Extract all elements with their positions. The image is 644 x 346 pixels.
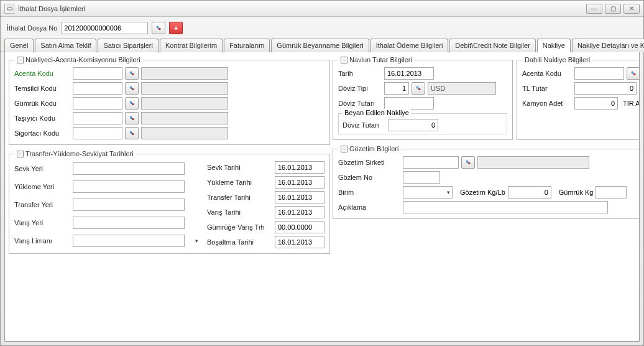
nakliyeci-code-input-0[interactable] xyxy=(73,67,122,80)
tab-content: - Nakliyeci-Acenta-Komisyonnu Bilgileri … xyxy=(4,52,640,342)
nakliyeci-code-input-4[interactable] xyxy=(73,127,122,139)
nakliyeci-label-3: Taşıyıcı Kodu xyxy=(14,115,70,122)
lookup-icon xyxy=(466,157,471,167)
transfer-left-input-1[interactable] xyxy=(73,180,185,193)
group-navlun-title: Navlun Tutar Bilgileri xyxy=(349,56,412,63)
group-nakliyeci: - Nakliyeci-Acenta-Komisyonnu Bilgileri … xyxy=(9,56,330,145)
transfer-left-label-2: Transfer Yeri xyxy=(14,201,70,208)
transfer-left-input-2[interactable] xyxy=(73,199,185,211)
transfer-left-label-1: Yükleme Yeri xyxy=(14,183,70,190)
transfer-left-input-0[interactable] xyxy=(73,162,185,175)
tab-4[interactable]: Faturalarım xyxy=(224,39,270,52)
collapse-toggle[interactable]: - xyxy=(341,57,347,63)
nakliyeci-label-0: Acenta Kodu xyxy=(14,70,70,77)
svg-rect-2 xyxy=(159,29,160,30)
transfer-right-input-1[interactable] xyxy=(275,176,324,189)
nakliyeci-label-1: Temsilci Kodu xyxy=(14,85,70,92)
tab-strip: GenelSatın Alma TeklifSatıcı Siparişleri… xyxy=(1,38,643,52)
svg-rect-8 xyxy=(132,89,134,90)
navlun-doviztutari-label: Döviz Tutarı xyxy=(338,100,382,107)
group-dahili: Dahili Nakliye Bilgileri Acenta Kodu TL … xyxy=(517,56,640,140)
transfer-left-input-4[interactable] xyxy=(73,235,185,247)
tab-7[interactable]: Debit\Credit Note Bilgiler xyxy=(449,39,535,52)
collapse-toggle[interactable]: - xyxy=(17,57,24,63)
minimize-button[interactable]: — xyxy=(586,4,602,14)
dahili-kamyonadet-label: Kamyon Adet xyxy=(522,100,572,107)
navlun-doviztipi-input[interactable] xyxy=(384,82,409,95)
tab-6[interactable]: İthalat Ödeme Bilgileri xyxy=(370,39,449,52)
nakliyeci-code-input-1[interactable] xyxy=(73,82,122,95)
dahili-tltutar-input[interactable] xyxy=(574,82,637,95)
group-dahili-legend: Dahili Nakliye Bilgileri xyxy=(522,56,592,63)
svg-rect-11 xyxy=(132,104,134,105)
navlun-tarih-input[interactable] xyxy=(384,67,434,80)
doviztipi-lookup-button[interactable] xyxy=(412,82,425,95)
toolbar: İthalat Dosya No + xyxy=(1,17,643,38)
tab-3[interactable]: Kontrat Bilgilerim xyxy=(160,39,223,52)
collapse-toggle[interactable]: - xyxy=(17,151,24,157)
transfer-right-label-5: Boşaltma Tarihi xyxy=(207,238,272,246)
tab-9[interactable]: Nakliye Detayları ve Konsimento Bilgiler… xyxy=(572,39,644,52)
maximize-button[interactable]: ▢ xyxy=(605,4,621,14)
birim-label: Birim xyxy=(338,189,400,196)
gozetim-sirket-input[interactable] xyxy=(403,156,459,169)
gozetim-sirket-lookup-button[interactable] xyxy=(461,156,475,169)
transfer-left-input-3[interactable] xyxy=(73,217,185,229)
beyan-doviztutari-label: Döviz Tutarı xyxy=(343,121,386,129)
dahili-acenta-lookup-button[interactable] xyxy=(627,67,640,80)
navlun-doviztutari-input[interactable] xyxy=(384,97,434,110)
tab-5[interactable]: Gümrük Beyanname Bilgileri xyxy=(271,39,369,52)
dahili-acentakodu-input[interactable] xyxy=(574,67,624,80)
transfer-left-label-0: Sevk Yeri xyxy=(14,165,70,172)
nakliyeci-code-input-2[interactable] xyxy=(73,97,122,110)
transfer-right-label-0: Sevk Tarihi xyxy=(207,164,272,171)
transfer-right-input-5[interactable] xyxy=(275,236,324,248)
dosya-no-input[interactable] xyxy=(61,22,148,34)
gozetimkg-label: Gözetim Kg/Lb xyxy=(460,189,505,196)
nakliyeci-label-4: Sigortacı Kodu xyxy=(14,129,70,137)
nakliyeci-code-input-3[interactable] xyxy=(73,112,122,124)
transfer-right-input-0[interactable] xyxy=(275,161,324,174)
tab-2[interactable]: Satıcı Siparişleri xyxy=(98,39,158,52)
dahili-kamyonadet-input[interactable] xyxy=(574,97,618,110)
lookup-icon xyxy=(129,113,134,123)
tab-0[interactable]: Genel xyxy=(4,39,34,52)
transfer-left-label-3: Varış Yeri xyxy=(14,219,70,227)
transfer-right-input-2[interactable] xyxy=(275,191,324,203)
svg-rect-20 xyxy=(419,89,420,90)
app-icon: ▭ xyxy=(4,4,14,14)
aciklama-input[interactable] xyxy=(403,201,608,213)
dosya-no-label: İthalat Dosya No xyxy=(7,24,57,32)
lookup-button[interactable] xyxy=(152,22,165,34)
group-nakliyeci-title: Nakliyeci-Acenta-Komisyonnu Bilgileri xyxy=(25,56,140,63)
plus-icon: + xyxy=(174,24,178,32)
gumrukkg-label: Gümrük Kg xyxy=(559,189,594,196)
lookup-icon xyxy=(416,83,421,93)
group-nakliyeci-legend: - Nakliyeci-Acenta-Komisyonnu Bilgileri xyxy=(14,56,143,63)
collapse-toggle[interactable]: - xyxy=(341,146,347,152)
transfer-right-input-3[interactable] xyxy=(275,206,324,218)
nakliyeci-lookup-button-3[interactable] xyxy=(125,112,139,124)
gozetimkg-input[interactable] xyxy=(508,186,551,199)
lookup-icon xyxy=(156,23,161,33)
group-navlun-legend: - Navlun Tutar Bilgileri xyxy=(338,56,415,63)
transfer-right-input-4[interactable] xyxy=(275,221,324,233)
gozlemno-input[interactable] xyxy=(403,171,440,184)
group-gozetim: - Gözetim Bilgileri Gözetim Sirketi Gözl… xyxy=(333,145,640,219)
add-button[interactable]: + xyxy=(169,22,183,34)
close-button[interactable]: ✕ xyxy=(623,4,640,14)
birim-combo[interactable] xyxy=(403,186,453,199)
nakliyeci-lookup-button-1[interactable] xyxy=(125,82,139,95)
tab-1[interactable]: Satın Alma Teklif xyxy=(35,39,96,52)
group-transfer-legend: - Trasnfer-Yükleme-Sevkiyat Tarihleri xyxy=(14,150,136,157)
nakliyeci-lookup-button-2[interactable] xyxy=(125,97,139,110)
nakliyeci-lookup-button-0[interactable] xyxy=(125,67,139,80)
transfer-right-label-4: Gümrüğe Varış Trh xyxy=(207,223,272,231)
beyan-legend: Beyan Edilen Nakliye xyxy=(343,109,411,116)
beyan-doviztutari-input[interactable] xyxy=(389,119,438,131)
gumrukkg-input[interactable] xyxy=(596,186,627,199)
dahili-tir-label: TIR A xyxy=(623,100,640,107)
gozetim-sirket-label: Gözetim Sirketi xyxy=(338,159,400,166)
tab-8[interactable]: Nakliye xyxy=(537,39,571,52)
nakliyeci-lookup-button-4[interactable] xyxy=(125,127,139,139)
